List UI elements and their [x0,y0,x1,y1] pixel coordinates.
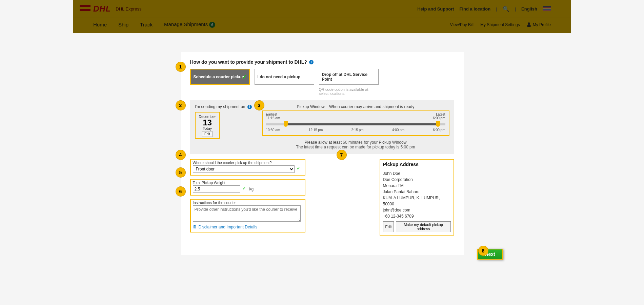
addr-company: Doe Corporation [383,177,451,183]
callout-3: 3 [255,101,264,110]
latest-value: 6:00 pm [433,116,445,120]
addr-street: Jalan Pantai Baharu [383,189,451,195]
tick-label: 4:00 pm [392,128,404,132]
earliest-value: 11:15 am [266,116,280,120]
date-label: I'm sending my shipment on [195,104,245,109]
option-noneed-label: I do not need a pickup [258,75,301,79]
window-note-1: Please allow at least 60 minutes for you… [262,140,449,145]
option-no-pickup[interactable]: I do not need a pickup [255,69,314,85]
instructions-input[interactable] [193,205,301,222]
disclaimer-link[interactable]: 🗎 Disclaimer and Important Details [193,224,257,229]
slider-handle-latest[interactable] [436,121,440,127]
slider-handle-earliest[interactable] [284,121,288,127]
date-edit-button[interactable]: Edit [202,131,213,137]
window-note-2: The latest time a request can be made fo… [262,145,449,149]
option-schedule-pickup[interactable]: Schedule a courier pickup ✓ [190,69,250,85]
tick-label: 2:15 pm [351,128,364,132]
callout-6: 6 [176,187,185,196]
weight-unit: kg [249,187,254,191]
document-icon: 🗎 [193,224,197,229]
addr-citystate: KUALA LUMPUR, K. LUMPUR, 50000 [383,195,451,207]
callout-1: 1 [176,62,185,72]
weight-label: Total Pickup Weight [193,181,303,185]
make-default-address-button[interactable]: Make my default pickup address [396,221,450,232]
option-dropoff-label: Drop off at DHL Service Point [322,72,376,82]
callout-2: 2 [176,101,185,110]
date-today: Today [197,127,218,130]
pickup-date: December 13 Today Edit [195,112,220,139]
earliest-label: Earliest [266,113,280,116]
addr-building: Menara TM [383,183,451,189]
tick-label: 6:00 pm [433,128,445,132]
pickup-location-label: Where should the courier pick up the shi… [193,161,303,165]
addr-email: john@doe.com [383,207,451,213]
callout-4: 4 [176,150,185,160]
instructions-label: Instructions for the courier [193,201,303,205]
qr-note: QR code option is available at select lo… [319,87,379,96]
callout-5: 5 [176,168,185,177]
option-dropoff[interactable]: Drop off at DHL Service Point [319,69,379,85]
modal-title: How do you want to provide your shipment… [190,59,307,65]
tick-label: 12:15 pm [309,128,323,132]
info-icon[interactable]: i [247,105,252,109]
check-icon: ✓ [297,165,301,171]
info-icon[interactable]: i [309,60,314,64]
callout-8: 8 [479,246,488,256]
check-icon: ✓ [242,185,246,191]
pickup-window-label: Pickup Window – When courier may arrive … [262,104,449,109]
check-icon: ✓ [242,73,247,81]
pickup-address-title: Pickup Address [383,162,451,167]
weight-input[interactable] [193,185,240,193]
addr-phone: +60 12-345 6789 [383,213,451,219]
callout-7: 7 [337,150,346,160]
addr-name: John Doe [383,170,451,177]
address-edit-button[interactable]: Edit [383,221,394,232]
pickup-location-select[interactable]: Front door [193,165,295,173]
tick-label: 10:30 am [266,128,280,132]
pickup-window-slider[interactable]: Earliest 11:15 am Latest 6:00 pm [262,110,449,136]
date-day: 13 [197,119,218,127]
pickup-modal: How do you want to provide your shipment… [181,52,464,255]
latest-label: Latest [433,113,445,116]
option-schedule-label: Schedule a courier pickup [194,75,244,79]
disclaimer-label: Disclaimer and Important Details [199,225,257,229]
